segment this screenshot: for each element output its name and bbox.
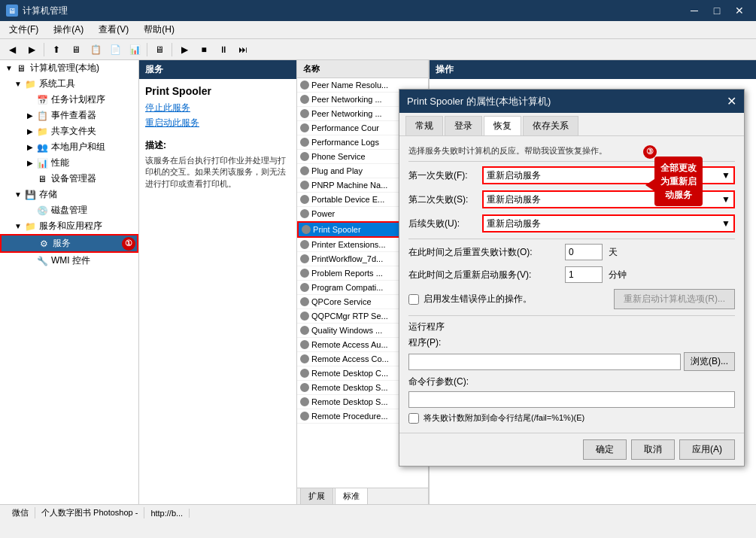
tree-root[interactable]: ▼ 🖥 计算机管理(本地) bbox=[0, 60, 138, 76]
tree-task-scheduler[interactable]: 📅 任务计划程序 bbox=[0, 92, 138, 108]
next-button[interactable]: ⏭ bbox=[234, 41, 252, 58]
forward-button[interactable]: ▶ bbox=[23, 41, 41, 58]
gear-icon-10 bbox=[300, 209, 309, 218]
cmd-args-input[interactable] bbox=[408, 391, 735, 408]
enable-action-checkbox[interactable] bbox=[408, 294, 419, 305]
tree-wmi[interactable]: 🔧 WMI 控件 bbox=[0, 253, 138, 269]
dialog-tab-recovery[interactable]: 恢复 bbox=[484, 116, 521, 135]
apply-button[interactable]: 应用(A) bbox=[679, 439, 735, 460]
expand-icon6: ▶ bbox=[24, 143, 36, 151]
pause-button[interactable]: ⏸ bbox=[214, 41, 232, 58]
app-icon: 🖥 bbox=[6, 5, 18, 17]
gear-icon-13 bbox=[300, 254, 309, 263]
reset-count-input[interactable] bbox=[565, 244, 603, 260]
back-button[interactable]: ◀ bbox=[3, 41, 21, 58]
tab-expand[interactable]: 扩展 bbox=[300, 488, 333, 504]
show-hide-button[interactable]: 🖥 bbox=[67, 41, 85, 58]
gear-icon-2 bbox=[300, 95, 309, 104]
stop-button[interactable]: ■ bbox=[195, 41, 213, 58]
subsequent-failure-row: 后续失败(U): 重新启动服务 ▼ bbox=[408, 214, 735, 233]
menu-action[interactable]: 操作(A) bbox=[47, 22, 90, 38]
recovery-note: 选择服务失败时计算机的反应。帮助我设置恢复操作。 bbox=[408, 145, 607, 157]
append-label: 将失败计数附加到命令行结尾(/fail=%1%)(E) bbox=[424, 412, 584, 424]
program-input[interactable] bbox=[408, 354, 681, 370]
tree-event-viewer[interactable]: ▶ 📋 事件查看器 bbox=[0, 108, 138, 123]
chevron-down-icon2: ▼ bbox=[721, 194, 730, 205]
tree-services-apps[interactable]: ▼ 📁 服务和应用程序 bbox=[0, 218, 138, 234]
tree-services[interactable]: ⚙ 服务 ① bbox=[0, 234, 138, 253]
subsequent-failure-label: 后续失败(U): bbox=[408, 217, 476, 230]
append-checkbox[interactable] bbox=[408, 413, 419, 424]
services-list-header: 名称 bbox=[297, 60, 428, 78]
restart-pc-button[interactable]: 重新启动计算机选项(R)... bbox=[614, 289, 735, 309]
reset-count-label: 在此时间之后重置失败计数(O): bbox=[408, 246, 559, 259]
dialog-title: Print Spooler 的属性(本地计算机) ✕ bbox=[399, 90, 744, 113]
checkbox-label: 启用发生错误停止的操作。 bbox=[424, 293, 532, 305]
tree-shared-folders[interactable]: ▶ 📁 共享文件夹 bbox=[0, 123, 138, 139]
gear-icon-9 bbox=[300, 195, 309, 204]
services-icon: ⚙ bbox=[38, 238, 50, 250]
btn3[interactable]: 📋 bbox=[87, 41, 105, 58]
browse-button[interactable]: 浏览(B)... bbox=[684, 352, 735, 371]
up-button[interactable]: ⬆ bbox=[47, 41, 65, 58]
first-failure-label: 第一次失败(F): bbox=[408, 169, 476, 182]
minimize-button[interactable]: ─ bbox=[684, 3, 705, 18]
dialog-tab-general[interactable]: 常规 bbox=[405, 116, 443, 135]
play-button[interactable]: ▶ bbox=[175, 41, 193, 58]
service-name: Print Spooler bbox=[139, 79, 296, 100]
tree-performance[interactable]: ▶ 📊 性能 bbox=[0, 155, 138, 171]
cancel-button[interactable]: 取消 bbox=[631, 439, 675, 460]
title-bar-left: 🖥 计算机管理 bbox=[6, 5, 68, 17]
toolbar-separator bbox=[44, 43, 44, 56]
services-folder-icon: 📁 bbox=[24, 220, 36, 233]
restart-service-link[interactable]: 重启动此服务 bbox=[145, 115, 290, 130]
expand-icon9: ▼ bbox=[12, 190, 24, 199]
btn4[interactable]: 📄 bbox=[106, 41, 124, 58]
services-header: 服务 bbox=[139, 60, 296, 79]
menu-view[interactable]: 查看(V) bbox=[93, 22, 135, 38]
gear-icon-20 bbox=[300, 354, 309, 363]
gear-icon-3 bbox=[300, 109, 309, 118]
tree-device-manager[interactable]: 🖥 设备管理器 bbox=[0, 171, 138, 187]
restart-min-row: 在此时间之后重新启动服务(V): 分钟 bbox=[408, 266, 735, 283]
dialog-print-spooler: Print Spooler 的属性(本地计算机) ✕ 常规 登录 恢复 依存关系… bbox=[399, 89, 745, 467]
restart-min-unit: 分钟 bbox=[609, 269, 627, 281]
tree-system-tools[interactable]: ▼ 📁 系统工具 bbox=[0, 76, 138, 92]
window-title: 计算机管理 bbox=[23, 5, 68, 17]
users-icon: 👥 bbox=[36, 141, 48, 153]
annotation-bubble: 全部更改 为重新启 动服务 bbox=[654, 157, 703, 206]
dialog-close-button[interactable]: ✕ bbox=[727, 94, 736, 108]
dialog-tab-deps[interactable]: 依存关系 bbox=[523, 116, 578, 135]
subsequent-failure-select[interactable]: 重新启动服务 ▼ bbox=[482, 214, 735, 233]
folder2-icon: 📁 bbox=[36, 126, 48, 138]
chevron-down-icon3: ▼ bbox=[721, 218, 730, 229]
divider2 bbox=[408, 239, 735, 239]
tree-disk-mgmt[interactable]: 💿 磁盘管理 bbox=[0, 202, 138, 218]
gear-icon-5 bbox=[300, 138, 309, 147]
stop-service-link[interactable]: 停止此服务 bbox=[145, 100, 290, 115]
program-input-row: 浏览(B)... bbox=[408, 352, 735, 371]
gear-icon-8 bbox=[300, 181, 309, 190]
ok-button[interactable]: 确定 bbox=[583, 439, 627, 460]
menu-file[interactable]: 文件(F) bbox=[3, 22, 44, 38]
gear-icon-22 bbox=[300, 383, 309, 392]
gear-icon-4 bbox=[300, 123, 309, 132]
divider3 bbox=[408, 315, 735, 316]
maximize-button[interactable]: □ bbox=[706, 3, 727, 18]
fail-append-row: 将失败计数附加到命令行结尾(/fail=%1%)(E) bbox=[408, 412, 735, 424]
toolbar-separator2 bbox=[147, 43, 147, 56]
close-button[interactable]: ✕ bbox=[729, 3, 750, 18]
tree-local-users[interactable]: ▶ 👥 本地用户和组 bbox=[0, 139, 138, 155]
event-icon: 📋 bbox=[36, 110, 48, 122]
menu-help[interactable]: 帮助(H) bbox=[138, 22, 181, 38]
gear-icon-1 bbox=[300, 81, 309, 90]
dialog-tab-login[interactable]: 登录 bbox=[445, 116, 482, 135]
bottom-tabs: 扩展 标准 bbox=[297, 488, 428, 504]
restart-min-input[interactable] bbox=[565, 266, 603, 283]
tab-standard[interactable]: 标准 bbox=[335, 488, 368, 504]
tree-storage[interactable]: ▼ 💾 存储 bbox=[0, 187, 138, 202]
reset-count-row: 在此时间之后重置失败计数(O): 天 bbox=[408, 244, 735, 260]
btn5[interactable]: 📊 bbox=[126, 41, 144, 58]
btn6[interactable]: 🖥 bbox=[150, 41, 169, 58]
service-links: 停止此服务 重启动此服务 bbox=[139, 100, 296, 136]
